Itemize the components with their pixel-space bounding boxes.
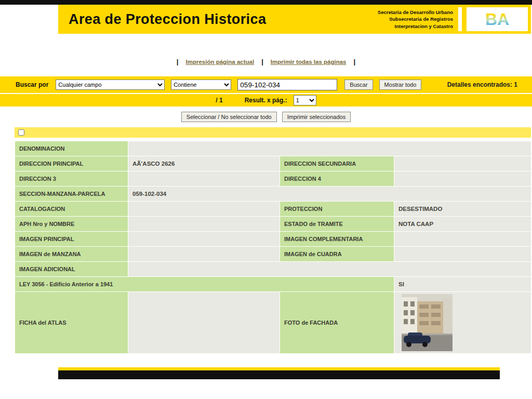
- subtitle-line: Interpretacion y Catastro: [378, 23, 453, 30]
- search-input[interactable]: [237, 79, 337, 90]
- field-value: AÃ'ASCO 2626: [128, 156, 280, 171]
- field-label: FICHA del ATLAS: [15, 292, 128, 354]
- field-label: CATALOGACION: [15, 202, 128, 217]
- print-selected-button[interactable]: Imprimir seleccionados: [282, 112, 351, 122]
- select-row-bar: [15, 127, 531, 138]
- field-label: ESTADO de TRAMITE: [280, 217, 394, 232]
- top-border-bar: [0, 0, 532, 5]
- field-label: IMAGEN ADICIONAL: [15, 262, 128, 277]
- results-count: Detalles encontrados: 1: [447, 81, 517, 88]
- separator: |: [177, 58, 179, 65]
- show-all-button[interactable]: Mostrar todo: [379, 79, 422, 90]
- header-subtitle: Secretaria de Desarrollo Urbano Subsecre…: [378, 9, 458, 30]
- field-value: [128, 202, 280, 217]
- field-value: [128, 171, 280, 187]
- field-value: [128, 141, 531, 156]
- field-value: [128, 262, 531, 277]
- subtitle-line: Secretaria de Desarrollo Urbano: [378, 9, 453, 16]
- table-row: APH Nro y NOMBRE ESTADO de TRAMITE NOTA …: [15, 217, 531, 232]
- field-label: FOTO de FACHADA: [280, 292, 394, 354]
- separator: |: [261, 58, 263, 65]
- field-label: APH Nro y NOMBRE: [15, 217, 128, 232]
- field-value: SI: [394, 277, 531, 292]
- field-value: NOTA CAAP: [394, 217, 531, 232]
- table-row: LEY 3056 - Edificio Anterior a 1941 SI: [15, 277, 531, 292]
- field-label: IMAGEN COMPLEMENTARIA: [280, 232, 394, 247]
- search-operator-select[interactable]: Contiene: [171, 79, 231, 90]
- search-bar: Buscar por Cualquier campo Contiene Busc…: [0, 76, 532, 93]
- field-value: [394, 247, 531, 262]
- page-header: Area de Proteccion Historica Secretaria …: [58, 5, 531, 34]
- table-row: SECCION-MANZANA-PARCELA 059-102-034: [15, 187, 531, 202]
- search-label: Buscar por: [16, 81, 48, 88]
- table-row: IMAGEN de MANZANA IMAGEN de CUADRA: [15, 247, 531, 262]
- search-button[interactable]: Buscar: [344, 79, 373, 90]
- table-row: DIRECCION 3 DIRECCION 4: [15, 171, 531, 187]
- field-value: [394, 232, 531, 247]
- page-indicator: / 1: [216, 97, 222, 104]
- field-label: SECCION-MANZANA-PARCELA: [15, 187, 128, 202]
- footer-bars: [58, 367, 500, 379]
- field-value: DESESTIMADO: [394, 202, 531, 217]
- separator: |: [354, 58, 356, 65]
- field-label: IMAGEN de MANZANA: [15, 247, 128, 262]
- page-title: Area de Proteccion Historica: [58, 11, 266, 28]
- field-label: LEY 3056 - Edificio Anterior a 1941: [15, 277, 394, 292]
- field-value: [394, 292, 531, 354]
- pagination-row: / 1 Result. x pág.: 1: [0, 94, 532, 107]
- field-value: 059-102-034: [128, 187, 531, 202]
- svg-text:BA: BA: [485, 10, 509, 29]
- field-value: [128, 247, 280, 262]
- field-value: [394, 171, 531, 187]
- table-row: IMAGEN ADICIONAL: [15, 262, 531, 277]
- per-page-label: Result. x pág.:: [245, 97, 287, 104]
- field-value: [128, 232, 280, 247]
- table-row: DENOMINACION: [15, 141, 531, 156]
- field-label: DIRECCION SECUNDARIA: [280, 156, 394, 171]
- field-label: DIRECCION 4: [280, 171, 394, 187]
- table-row: DIRECCION PRINCIPAL AÃ'ASCO 2626 DIRECCI…: [15, 156, 531, 171]
- field-value: [394, 156, 531, 171]
- record-detail: DENOMINACION DIRECCION PRINCIPAL AÃ'ASCO…: [15, 141, 532, 354]
- subtitle-line: Subsecretaria de Registros: [378, 16, 453, 22]
- table-row: CATALOGACION PROTECCION DESESTIMADO: [15, 202, 531, 217]
- print-all-pages-link[interactable]: Imprimir todas las páginas: [271, 59, 347, 65]
- footer-black-bar: [58, 370, 500, 379]
- per-page-select[interactable]: 1: [294, 95, 316, 105]
- select-record-checkbox[interactable]: [18, 129, 24, 136]
- table-row: FICHA del ATLAS FOTO de FACHADA: [15, 292, 531, 354]
- field-value: [128, 217, 280, 232]
- field-label: IMAGEN PRINCIPAL: [15, 232, 128, 247]
- field-value: [128, 292, 280, 354]
- print-current-page-link[interactable]: Impresión página actual: [185, 59, 254, 65]
- field-label: DIRECCION PRINCIPAL: [15, 156, 128, 171]
- header-divider: [458, 7, 462, 31]
- table-row: IMAGEN PRINCIPAL IMAGEN COMPLEMENTARIA: [15, 232, 531, 247]
- record-table: DENOMINACION DIRECCION PRINCIPAL AÃ'ASCO…: [15, 141, 531, 354]
- field-label: PROTECCION: [280, 202, 394, 217]
- print-links-row: |Impresión página actual|Imprimir todas …: [0, 58, 532, 65]
- ba-logo-icon: BA: [477, 9, 517, 30]
- field-label: IMAGEN de CUADRA: [280, 247, 394, 262]
- field-label: DIRECCION 3: [15, 171, 128, 187]
- ba-logo: BA: [467, 7, 528, 31]
- search-field-select[interactable]: Cualquier campo: [56, 79, 165, 90]
- select-all-button[interactable]: Seleccionar / No seleccionar todo: [181, 112, 277, 122]
- facade-photo[interactable]: [398, 292, 529, 353]
- actions-row: Seleccionar / No seleccionar todo Imprim…: [0, 107, 532, 127]
- facade-photo-image[interactable]: [402, 294, 453, 351]
- field-label: DENOMINACION: [15, 141, 128, 156]
